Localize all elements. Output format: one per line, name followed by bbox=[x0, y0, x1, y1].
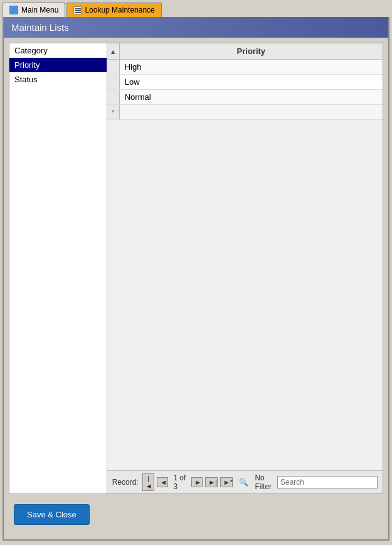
row-indicator-1 bbox=[107, 60, 120, 74]
grid-body[interactable]: * bbox=[107, 60, 383, 470]
nav-first-button[interactable]: |◄ bbox=[142, 473, 155, 491]
search-input[interactable] bbox=[277, 476, 378, 488]
tab-lookup-maintenance-label: Lookup Maintenance bbox=[85, 6, 154, 14]
grid-row[interactable] bbox=[107, 60, 383, 75]
tab-bar: Main Menu Lookup Maintenance bbox=[0, 0, 392, 17]
nav-end-button[interactable]: ►* bbox=[220, 477, 233, 487]
grid-cell-1[interactable] bbox=[120, 60, 383, 74]
list-item-priority[interactable]: Priority bbox=[9, 58, 107, 72]
grid-column-priority: Priority bbox=[120, 43, 383, 59]
nav-search-area bbox=[277, 476, 378, 488]
row-indicator-2 bbox=[107, 75, 120, 89]
save-close-button[interactable]: Save & Close bbox=[14, 504, 90, 525]
record-label: Record: bbox=[112, 478, 139, 487]
nav-filter-label: No Filter bbox=[255, 473, 275, 491]
main-menu-icon bbox=[9, 6, 18, 14]
grid-row[interactable] bbox=[107, 75, 383, 90]
grid-header: ▲ Priority bbox=[107, 43, 383, 60]
tab-main-menu-label: Main Menu bbox=[21, 6, 58, 14]
bottom-area: Save & Close bbox=[9, 499, 383, 530]
right-grid-area: ▲ Priority bbox=[107, 43, 383, 494]
grid-cell-2[interactable] bbox=[120, 75, 383, 89]
navigation-bar: Record: |◄ ◄ 1 of 3 ► ►| ►* 🔍 No Filter bbox=[107, 470, 383, 494]
nav-next-button[interactable]: ► bbox=[191, 477, 203, 487]
nav-filter-icon: 🔍 bbox=[239, 478, 248, 487]
grid-cell-new[interactable] bbox=[120, 105, 383, 119]
list-item-category[interactable]: Category bbox=[9, 43, 107, 58]
main-panel: Category Priority Status ▲ Priority bbox=[9, 43, 383, 494]
lookup-icon bbox=[73, 6, 82, 14]
new-row-indicator: * bbox=[107, 105, 120, 119]
sort-indicator: ▲ bbox=[107, 43, 120, 59]
left-list[interactable]: Category Priority Status bbox=[9, 43, 107, 494]
grid-cell-3[interactable] bbox=[120, 90, 383, 104]
content-area: Category Priority Status ▲ Priority bbox=[4, 38, 388, 535]
row-indicator-3 bbox=[107, 90, 120, 104]
nav-last-button[interactable]: ►| bbox=[205, 477, 218, 487]
grid-row[interactable] bbox=[107, 90, 383, 105]
tab-lookup-maintenance[interactable]: Lookup Maintenance bbox=[66, 3, 161, 17]
nav-prev-button[interactable]: ◄ bbox=[157, 477, 168, 487]
grid-new-row[interactable]: * bbox=[107, 105, 383, 120]
window-title: Maintain Lists bbox=[4, 17, 388, 38]
tab-main-menu[interactable]: Main Menu bbox=[3, 3, 65, 17]
list-item-status[interactable]: Status bbox=[9, 72, 107, 87]
main-window: Maintain Lists Category Priority Status bbox=[3, 17, 389, 541]
nav-position: 1 of 3 bbox=[173, 473, 186, 491]
